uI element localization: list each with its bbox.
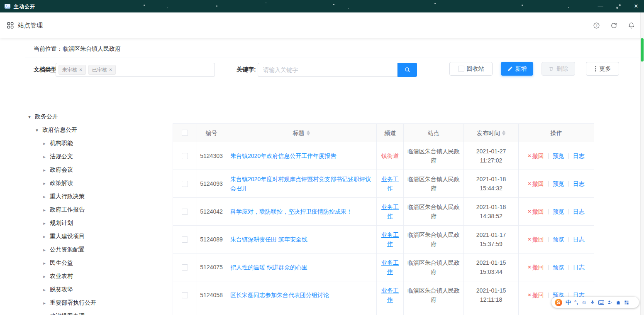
withdraw-action[interactable]: ×撤回 [528, 263, 544, 272]
log-action[interactable]: 日志 [573, 179, 585, 188]
caret-right-icon[interactable]: ▸ [41, 167, 47, 173]
ime-toolbox-icon[interactable] [624, 300, 629, 305]
tree-node-label: 政府工作报告 [50, 206, 85, 214]
select-all-checkbox[interactable] [182, 130, 188, 136]
bell-icon[interactable] [628, 22, 635, 29]
sort-icon[interactable] [307, 130, 310, 135]
caret-right-icon[interactable]: ▸ [41, 207, 47, 213]
tree-node-leaf[interactable]: ▸ 政府会议 [25, 163, 170, 177]
caret-right-icon[interactable]: ▸ [41, 300, 47, 306]
delete-button[interactable]: 删除 [542, 62, 575, 76]
scrollbar-thumb[interactable] [641, 38, 644, 62]
preview-action[interactable]: 预览 [553, 263, 564, 272]
row-channel-link[interactable]: 业务工作 [380, 258, 400, 276]
tree-node-leaf[interactable]: ▸ 脱贫攻坚 [25, 283, 170, 296]
ime-language-mode[interactable]: 中 [566, 299, 571, 306]
row-title-link[interactable]: 朱台镇2020年政府信息公开工作年度报告 [230, 151, 336, 160]
app-nav[interactable]: 站点管理 [7, 22, 43, 30]
recycle-bin-checkbox[interactable] [458, 66, 464, 72]
ime-emoji-icon[interactable]: ☺ [581, 299, 587, 305]
row-channel-link[interactable]: 业务工作 [380, 202, 400, 221]
preview-action[interactable]: 预览 [553, 235, 564, 244]
tag-close-icon[interactable]: × [79, 67, 82, 73]
log-action[interactable]: 日志 [573, 151, 585, 160]
tree-node-leaf[interactable]: ▸ 公共资源配置 [25, 243, 170, 256]
row-checkbox[interactable] [182, 181, 188, 187]
row-title-link[interactable]: 把人性的温暖 织进群众的心里 [230, 263, 307, 272]
caret-right-icon[interactable]: ▸ [41, 287, 47, 293]
tree-node-leaf[interactable]: ▸ 政策解读 [25, 177, 170, 190]
preview-action[interactable]: 预览 [553, 151, 564, 160]
tree-node-branch[interactable]: ▾ 政府信息公开 [25, 123, 170, 137]
row-channel-link[interactable]: 业务工作 [380, 230, 400, 249]
withdraw-action[interactable]: ×撤回 [528, 235, 544, 244]
caret-right-icon[interactable]: ▸ [41, 247, 47, 253]
caret-right-icon[interactable]: ▸ [41, 181, 47, 186]
tag-close-icon[interactable]: × [109, 67, 112, 73]
row-title-link[interactable]: 科学应对，联防联控，坚决捍卫疫情防控成果！ [230, 207, 352, 216]
caret-right-icon[interactable]: ▸ [41, 141, 47, 146]
caret-right-icon[interactable]: ▸ [41, 154, 47, 160]
caret-down-icon[interactable]: ▾ [34, 128, 40, 133]
maximize-button[interactable] [615, 0, 622, 12]
tree-node-root[interactable]: ▾ 政务公开 [25, 110, 170, 123]
more-button[interactable]: 更多 [586, 62, 619, 76]
withdraw-action[interactable]: ×撤回 [528, 290, 544, 300]
help-icon[interactable]: ? [593, 22, 600, 29]
tree-node-leaf[interactable]: ▸ 重大建设项目 [25, 230, 170, 243]
tree-node-leaf[interactable]: ▸ 重大行政决策 [25, 190, 170, 203]
tree-node-leaf[interactable]: ▸ 重要部署执行公开 [25, 296, 170, 310]
caret-right-icon[interactable]: ▸ [41, 261, 47, 266]
ime-punctuation-icon[interactable]: °, [574, 299, 578, 305]
log-action[interactable]: 日志 [573, 263, 585, 272]
ime-keyboard-icon[interactable] [598, 300, 604, 305]
sort-icon[interactable] [502, 130, 505, 135]
column-header-title[interactable]: 标题 [226, 124, 377, 142]
tree-node-leaf[interactable]: ▸ 农业农村 [25, 270, 170, 283]
caret-down-icon[interactable]: ▾ [27, 114, 32, 120]
add-button[interactable]: 新增 [501, 62, 533, 76]
column-header-time[interactable]: 发布时间 [464, 124, 519, 142]
row-checkbox[interactable] [182, 236, 188, 243]
refresh-icon[interactable] [610, 22, 617, 29]
log-action[interactable]: 日志 [573, 207, 585, 216]
withdraw-action[interactable]: ×撤回 [528, 151, 544, 160]
caret-right-icon[interactable]: ▸ [41, 234, 47, 239]
tree-node-leaf[interactable]: ▸ 规划计划 [25, 217, 170, 230]
row-title-link[interactable]: 朱台镇深耕责任田 筑牢安全线 [230, 235, 307, 244]
caret-right-icon[interactable]: ▸ [41, 221, 47, 226]
caret-right-icon[interactable]: ▸ [41, 274, 47, 279]
row-site: 临淄区朱台镇人民政府 [404, 281, 464, 309]
row-checkbox[interactable] [182, 153, 188, 159]
recycle-bin-button[interactable]: 回收站 [449, 62, 493, 76]
preview-action[interactable]: 预览 [553, 207, 564, 216]
close-button[interactable]: × [632, 0, 640, 12]
row-channel-link[interactable]: 业务工作 [380, 175, 400, 193]
keyword-input[interactable] [258, 63, 398, 77]
row-checkbox[interactable] [182, 264, 188, 271]
ime-skin-icon[interactable] [616, 300, 621, 305]
doc-type-select[interactable]: 未审核 × 已审核 × [56, 63, 215, 77]
ime-mic-icon[interactable] [590, 300, 595, 305]
caret-right-icon[interactable]: ▸ [41, 194, 47, 199]
row-channel-link[interactable]: 业务工作 [380, 286, 400, 304]
row-title-link[interactable]: 朱台镇2020年度对村观摩点评暨村党支部书记述职评议会召开 [230, 175, 372, 193]
caret-right-icon[interactable]: ▸ [41, 314, 47, 315]
tree-node-leaf[interactable]: ▸ 建议提案办理 [25, 310, 170, 315]
row-checkbox[interactable] [182, 292, 188, 298]
tree-node-leaf[interactable]: ▸ 法规公文 [25, 150, 170, 163]
row-title-link[interactable]: 区长宋磊同志参加朱台代表团分组讨论 [230, 290, 329, 300]
withdraw-action[interactable]: ×撤回 [528, 179, 544, 188]
withdraw-action[interactable]: ×撤回 [528, 207, 544, 216]
action-divider [568, 237, 569, 242]
ime-handwriting-icon[interactable] [607, 300, 612, 305]
search-button[interactable] [398, 63, 417, 77]
log-action[interactable]: 日志 [573, 235, 585, 244]
minimize-button[interactable]: — [597, 0, 604, 12]
preview-action[interactable]: 预览 [553, 179, 564, 188]
tree-node-leaf[interactable]: ▸ 机构职能 [25, 137, 170, 150]
row-checkbox[interactable] [182, 209, 188, 215]
tree-node-leaf[interactable]: ▸ 民生公益 [25, 256, 170, 270]
sogou-logo-icon[interactable]: S [555, 299, 562, 306]
tree-node-leaf[interactable]: ▸ 政府工作报告 [25, 203, 170, 217]
